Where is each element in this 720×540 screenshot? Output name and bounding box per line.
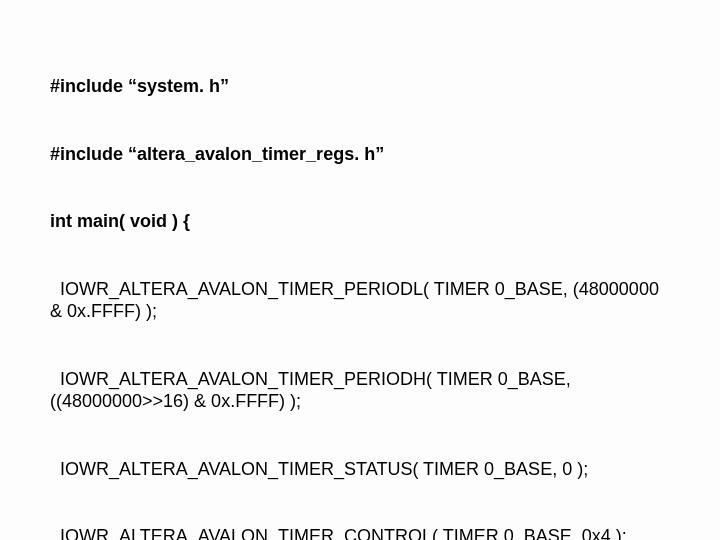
code-line: int main( void ) { <box>50 210 670 233</box>
page: #include “system. h” #include “altera_av… <box>0 0 720 540</box>
code-line: #include “altera_avalon_timer_regs. h” <box>50 143 670 166</box>
code-line: IOWR_ALTERA_AVALON_TIMER_STATUS( TIMER 0… <box>50 458 670 481</box>
code-line: IOWR_ALTERA_AVALON_TIMER_CONTROL( TIMER … <box>50 525 670 540</box>
code-line: #include “system. h” <box>50 75 670 98</box>
code-line: IOWR_ALTERA_AVALON_TIMER_PERIODL( TIMER … <box>50 278 670 323</box>
code-line: IOWR_ALTERA_AVALON_TIMER_PERIODH( TIMER … <box>50 368 670 413</box>
code-block: #include “system. h” #include “altera_av… <box>50 30 670 540</box>
